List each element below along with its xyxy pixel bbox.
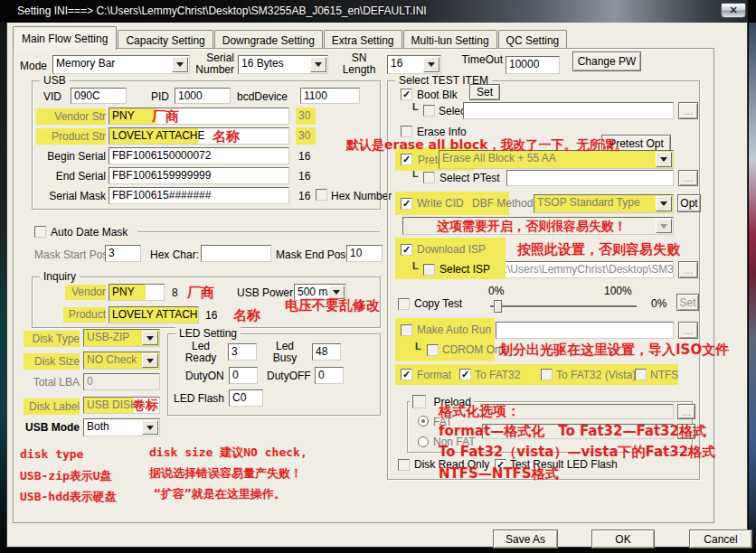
dropdown-arrow[interactable] <box>142 420 158 435</box>
desktop-left-sliver <box>0 23 6 548</box>
set-button[interactable]: Set <box>469 84 500 100</box>
inquiry-product-input[interactable]: LOVELY ATTACHE <box>109 306 199 323</box>
dropdown-arrow[interactable] <box>142 353 158 368</box>
end-serial-input[interactable]: FBF1006159999999 <box>109 167 289 184</box>
erase-info-checkbox[interactable] <box>401 126 412 137</box>
change-pw-button[interactable]: Change PW <box>572 52 641 71</box>
begin-serial-input[interactable]: FBF1006150000072 <box>109 147 289 164</box>
dropdown-arrow[interactable] <box>656 196 672 211</box>
inquiry-vendor-cn-note: 厂商 <box>187 285 214 302</box>
mask-start-pos-input[interactable]: 3 <box>105 245 141 262</box>
dropdown-arrow[interactable] <box>423 57 439 72</box>
pid-input[interactable]: 1000 <box>175 88 231 104</box>
select-ptest-checkbox[interactable] <box>423 172 435 183</box>
dropdown-arrow[interactable] <box>310 57 326 72</box>
boot-blk-select-input[interactable] <box>463 102 674 119</box>
hex-number-checkbox[interactable] <box>316 189 327 201</box>
disk-size-note-2: 据说选择错误容易量产失败！ <box>149 465 302 482</box>
inquiry-vendor-input[interactable]: PNY <box>109 284 165 301</box>
download-isp-note: 按照此设置，否则容易失败 <box>517 241 680 258</box>
duty-on-input[interactable]: 0 <box>229 367 258 384</box>
tab-multi-lun-setting[interactable]: Multi-lun Setting <box>403 30 497 50</box>
tab-qc-setting[interactable]: QC Setting <box>498 30 568 50</box>
dropdown-arrow[interactable] <box>656 152 672 167</box>
ok-button[interactable]: OK <box>591 530 655 548</box>
fat-browse-button: ... <box>677 404 695 419</box>
make-auto-run-checkbox[interactable] <box>401 324 412 336</box>
mask-end-pos-input[interactable]: 10 <box>346 245 383 262</box>
usb-mode-dropdown[interactable]: Both <box>83 418 160 436</box>
check-mark: ✓ <box>402 369 411 380</box>
to-fat32-checkbox[interactable]: ✓ <box>459 369 471 380</box>
sn-length-dropdown[interactable]: 16 <box>387 55 441 74</box>
pid-label: PID <box>151 90 169 103</box>
save-as-button[interactable]: Save As <box>493 530 558 548</box>
cancel-button[interactable]: Cancel <box>689 530 752 548</box>
duty-off-input[interactable]: 0 <box>315 367 344 384</box>
check-mark: ✓ <box>461 369 469 380</box>
dbf-method-dropdown[interactable]: TSOP Standard Type <box>534 194 674 213</box>
bcddevice-input[interactable]: 1100 <box>300 88 360 104</box>
vendor-str-input[interactable]: PNY <box>109 108 289 125</box>
end-serial-label: End Serial <box>36 170 106 183</box>
ellipsis-icon: ... <box>684 324 693 337</box>
timeout-label: TimeOut <box>452 53 503 66</box>
chevron-down-icon <box>660 224 667 229</box>
product-cn-note: 名称 <box>213 128 240 145</box>
boot-blk-checkbox[interactable]: ✓ <box>401 89 412 100</box>
serial-mask-input[interactable]: FBF100615####### <box>109 187 289 204</box>
auto-date-mask-checkbox[interactable] <box>34 226 46 238</box>
tab-extra-setting[interactable]: Extra Setting <box>324 30 402 50</box>
chevron-down-icon <box>315 62 322 67</box>
pretest-checkbox[interactable]: ✓ <box>401 154 412 165</box>
dropdown-arrow <box>656 219 672 233</box>
serial-number-dropdown[interactable]: 16 Bytes <box>238 55 328 74</box>
led-ready-input[interactable]: 3 <box>228 343 257 361</box>
dropdown-arrow[interactable] <box>172 57 188 72</box>
inquiry-group-legend: Inquiry <box>40 270 80 283</box>
ellipsis-icon: ... <box>684 105 693 117</box>
copy-test-checkbox[interactable] <box>398 298 410 310</box>
boot-blk-select-checkbox[interactable] <box>423 105 435 117</box>
disk-type-dropdown[interactable]: USB-ZIP <box>83 329 160 347</box>
preload-checkbox[interactable] <box>412 395 426 408</box>
tab-downgrade-setting[interactable]: Downgrade Setting <box>214 30 323 50</box>
led-flash-input[interactable]: C0 <box>229 389 263 407</box>
title-bar[interactable]: Setting INI===> C:\Users\LemmyChrist\Des… <box>6 0 748 23</box>
product-str-input[interactable]: LOVELY ATTACHE <box>109 127 289 145</box>
select-ptest-input[interactable] <box>506 170 674 186</box>
select-isp-checkbox[interactable] <box>423 264 435 276</box>
copy-test-slider-track[interactable] <box>490 305 637 307</box>
download-isp-checkbox[interactable]: ✓ <box>401 244 412 256</box>
copy-test-slider-thumb[interactable] <box>494 300 502 313</box>
vid-input[interactable]: 090C <box>71 88 127 104</box>
check-mark: ✓ <box>402 198 411 209</box>
tab-capacity-setting[interactable]: Capacity Setting <box>118 30 213 50</box>
make-auto-run-input[interactable] <box>496 322 674 339</box>
format-checkbox[interactable]: ✓ <box>401 369 412 380</box>
to-fat32-vista-checkbox[interactable] <box>541 369 553 380</box>
bcddevice-label: bcdDevice <box>237 90 288 103</box>
mode-dropdown[interactable]: Memory Bar <box>52 55 190 74</box>
dropdown-arrow[interactable] <box>142 331 158 345</box>
led-busy-input[interactable]: 48 <box>312 343 341 361</box>
total-lba-label: Total LBA <box>24 376 80 389</box>
ntfs-checkbox[interactable] <box>635 369 647 380</box>
inquiry-product-label: Product <box>63 307 106 323</box>
chevron-down-icon <box>660 157 667 162</box>
disk-size-label: Disk Size <box>24 353 80 370</box>
disk-read-only-checkbox[interactable] <box>398 459 410 471</box>
end-serial-length: 16 <box>298 170 310 183</box>
dbf-method-value: TSOP Standard Type <box>537 196 640 209</box>
disk-type-note-2: USB-zip表示U盘 <box>20 468 112 484</box>
timeout-input[interactable]: 10000 <box>506 56 560 74</box>
led-ready-label: Led Ready <box>179 341 222 364</box>
close-button[interactable]: ✕ <box>721 3 746 18</box>
hex-number-label: Hex Number <box>331 190 392 202</box>
opt-button[interactable]: Opt <box>677 194 701 212</box>
write-cid-checkbox[interactable]: ✓ <box>401 198 412 210</box>
disk-size-dropdown[interactable]: NO Check <box>83 351 160 370</box>
chevron-down-icon <box>176 62 184 67</box>
tab-main-flow-setting[interactable]: Main Flow Setting <box>13 26 117 50</box>
hex-char-input[interactable] <box>201 245 271 262</box>
